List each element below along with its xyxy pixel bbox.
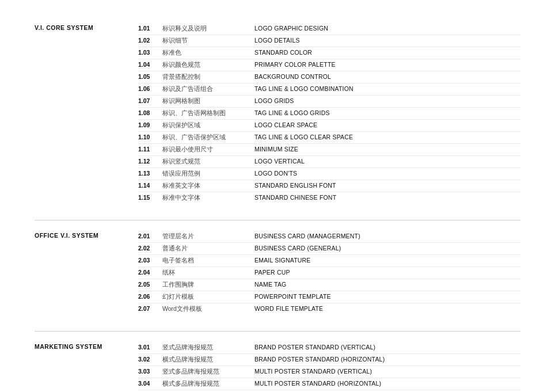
row-chinese-label: 标识及广告语组合	[162, 85, 254, 93]
table-row: 2.01管理层名片BUSINESS CARD (MANAGERMENT)	[138, 231, 520, 243]
row-number: 1.03	[138, 49, 162, 56]
row-chinese-label: 竖式品牌海报规范	[162, 344, 254, 352]
row-english-label: BACKGROUND CONTROL	[254, 73, 331, 80]
section-rows-marketing: 3.01竖式品牌海报规范BRAND POSTER STANDARD (VERTI…	[138, 342, 520, 392]
table-row: 3.04横式多品牌海报规范MULTI POSTER STANDARD (HORI…	[138, 378, 520, 390]
row-chinese-label: 背景搭配控制	[162, 73, 254, 81]
table-row: 1.03标准色STANDARD COLOR	[138, 47, 520, 59]
row-english-label: BRAND POSTER STANDARD (HORIZONTAL)	[254, 356, 385, 363]
section-office-vi: OFFICE V.I. SYSTEM2.01管理层名片BUSINESS CARD…	[35, 231, 520, 315]
row-english-label: STANDARD CHINESE FONT	[254, 194, 336, 201]
row-chinese-label: 标准中文字体	[162, 194, 254, 202]
row-english-label: PAPER CUP	[254, 269, 290, 276]
row-number: 1.08	[138, 109, 162, 116]
row-english-label: TAG LINE & LOGO COMBINATION	[254, 85, 353, 92]
row-number: 2.02	[138, 245, 162, 252]
row-english-label: LOGO DON'TS	[254, 170, 297, 177]
row-number: 1.10	[138, 134, 162, 140]
row-english-label: LOGO VERTICAL	[254, 158, 305, 165]
table-row: 2.03电子签名档EMAIL SIGNATURE	[138, 255, 520, 267]
row-chinese-label: 幻灯片模板	[162, 293, 254, 301]
row-chinese-label: 普通名片	[162, 245, 254, 253]
row-chinese-label: 标识、广告语保护区域	[162, 134, 254, 142]
row-english-label: NAME TAG	[254, 281, 286, 288]
row-number: 3.02	[138, 356, 162, 363]
table-row: 2.05工作围胸牌NAME TAG	[138, 279, 520, 291]
row-english-label: POWERPOINT TEMPLATE	[254, 293, 331, 300]
row-number: 1.04	[138, 61, 162, 68]
row-chinese-label: 标准英文字体	[162, 182, 254, 190]
row-chinese-label: 标识保护区域	[162, 121, 254, 130]
table-row: 1.15标准中文字体STANDARD CHINESE FONT	[138, 192, 520, 204]
section-divider	[35, 220, 520, 220]
table-row: 1.09标识保护区域LOGO CLEAR SPACE	[138, 120, 520, 132]
row-number: 1.05	[138, 73, 162, 80]
row-english-label: MINIMUM SIZE	[254, 146, 298, 153]
row-number: 1.09	[138, 121, 162, 128]
row-english-label: PRIMARY COLOR PALETTE	[254, 61, 336, 68]
row-chinese-label: 横式多品牌海报规范	[162, 380, 254, 388]
row-chinese-label: 标识竖式规范	[162, 158, 254, 166]
row-english-label: MULTI POSTER STANDARD (VERTICAL)	[254, 368, 372, 375]
row-number: 2.06	[138, 293, 162, 300]
row-english-label: STANDARD COLOR	[254, 49, 312, 56]
row-number: 3.01	[138, 344, 162, 351]
row-number: 1.02	[138, 37, 162, 44]
section-title-office-vi: OFFICE V.I. SYSTEM	[35, 231, 138, 315]
row-chinese-label: 标准色	[162, 49, 254, 57]
row-english-label: LOGO GRAPHIC DESIGN	[254, 25, 328, 32]
table-row: 1.02标识细节LOGO DETAILS	[138, 35, 520, 47]
row-number: 1.11	[138, 146, 162, 153]
row-english-label: BRAND POSTER STANDARD (VERTICAL)	[254, 344, 375, 351]
table-row: 2.02普通名片BUSINESS CARD (GENERAL)	[138, 243, 520, 255]
row-chinese-label: 竖式多品牌海报规范	[162, 368, 254, 376]
row-chinese-label: 标识网格制图	[162, 97, 254, 105]
row-english-label: BUSINESS CARD (MANAGERMENT)	[254, 233, 360, 239]
table-row: 1.12标识竖式规范LOGO VERTICAL	[138, 156, 520, 168]
row-number: 2.01	[138, 233, 162, 239]
section-rows-office-vi: 2.01管理层名片BUSINESS CARD (MANAGERMENT)2.02…	[138, 231, 520, 315]
row-english-label: LOGO GRIDS	[254, 97, 294, 104]
row-english-label: TAG LINE & LOGO GRIDS	[254, 109, 330, 116]
section-rows-vi-core: 1.01标识释义及说明LOGO GRAPHIC DESIGN1.02标识细节LO…	[138, 23, 520, 204]
row-number: 2.04	[138, 269, 162, 276]
page: V.I. CORE SYSTEM1.01标识释义及说明LOGO GRAPHIC …	[0, 0, 555, 392]
row-number: 1.14	[138, 182, 162, 189]
row-chinese-label: 标识、广告语网格制图	[162, 109, 254, 117]
table-row: 2.04纸杯PAPER CUP	[138, 267, 520, 279]
row-english-label: WORD FILE TEMPLATE	[254, 305, 323, 312]
table-row: 1.14标准英文字体STANDARD ENGLISH FONT	[138, 180, 520, 192]
row-english-label: LOGO CLEAR SPACE	[254, 121, 317, 128]
row-english-label: TAG LINE & LOGO CLEAR SPACE	[254, 134, 353, 140]
row-english-label: MULTI POSTER STANDARD (HORIZONTAL)	[254, 380, 381, 387]
row-chinese-label: 横式品牌海报规范	[162, 356, 254, 364]
section-title-vi-core: V.I. CORE SYSTEM	[35, 23, 138, 204]
row-chinese-label: 管理层名片	[162, 233, 254, 241]
row-chinese-label: 错误应用范例	[162, 170, 254, 178]
section-marketing: MARKETING SYSTEM3.01竖式品牌海报规范BRAND POSTER…	[35, 342, 520, 392]
table-row: 3.03竖式多品牌海报规范MULTI POSTER STANDARD (VERT…	[138, 366, 520, 378]
row-chinese-label: 标识细节	[162, 37, 254, 45]
row-number: 3.04	[138, 380, 162, 387]
row-number: 1.07	[138, 97, 162, 104]
row-chinese-label: 纸杯	[162, 269, 254, 277]
row-number: 3.03	[138, 368, 162, 375]
table-row: 1.08标识、广告语网格制图TAG LINE & LOGO GRIDS	[138, 108, 520, 120]
table-row: 1.04标识颜色规范PRIMARY COLOR PALETTE	[138, 59, 520, 71]
table-row: 3.02横式品牌海报规范BRAND POSTER STANDARD (HORIZ…	[138, 354, 520, 366]
row-chinese-label: 工作围胸牌	[162, 281, 254, 289]
section-title-marketing: MARKETING SYSTEM	[35, 342, 138, 392]
row-number: 1.01	[138, 25, 162, 32]
row-number: 2.03	[138, 257, 162, 264]
row-chinese-label: 标识最小使用尺寸	[162, 146, 254, 154]
table-row: 1.05背景搭配控制BACKGROUND CONTROL	[138, 71, 520, 83]
row-number: 1.06	[138, 85, 162, 92]
section-vi-core: V.I. CORE SYSTEM1.01标识释义及说明LOGO GRAPHIC …	[35, 23, 520, 204]
row-number: 1.12	[138, 158, 162, 165]
table-row: 1.07标识网格制图LOGO GRIDS	[138, 96, 520, 108]
table-row: 3.01竖式品牌海报规范BRAND POSTER STANDARD (VERTI…	[138, 342, 520, 354]
row-english-label: LOGO DETAILS	[254, 37, 300, 44]
row-number: 1.15	[138, 194, 162, 201]
table-row: 1.10标识、广告语保护区域TAG LINE & LOGO CLEAR SPAC…	[138, 132, 520, 144]
table-row: 1.11标识最小使用尺寸MINIMUM SIZE	[138, 144, 520, 156]
